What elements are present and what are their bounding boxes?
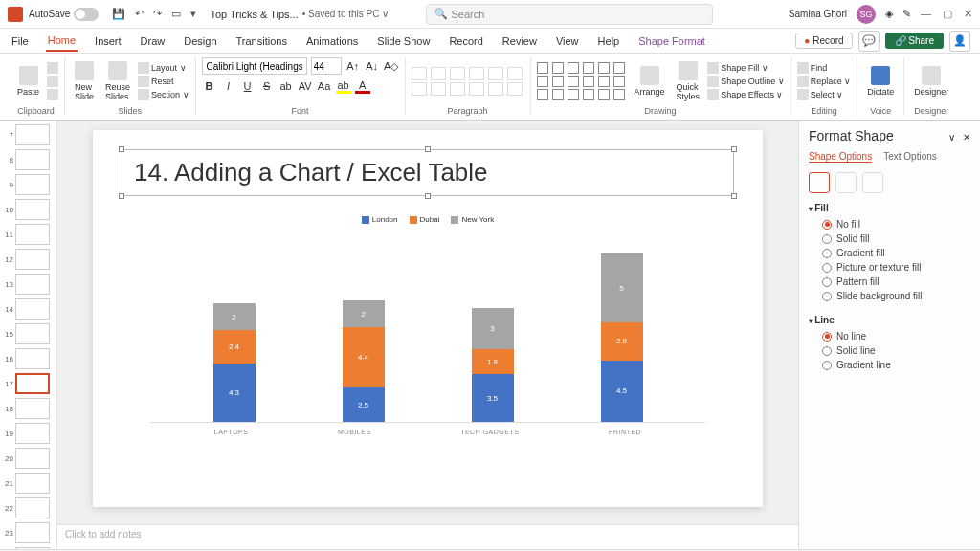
undo-icon[interactable]: ↶: [135, 8, 144, 20]
tab-draw[interactable]: Draw: [139, 32, 167, 51]
search-input[interactable]: 🔍 Search: [426, 4, 713, 25]
shadow-button[interactable]: ab: [278, 78, 294, 94]
shape-options-tab[interactable]: Shape Options: [809, 151, 872, 163]
pen-icon[interactable]: ✎: [902, 8, 911, 20]
slideshow-icon[interactable]: ▭: [171, 8, 181, 20]
record-button[interactable]: Record: [795, 33, 852, 49]
minimize-icon[interactable]: —: [921, 8, 931, 20]
slide-canvas[interactable]: 14. Adding a Chart / Excel Table LondonD…: [57, 121, 798, 549]
thumbnail[interactable]: 10: [2, 199, 55, 220]
size-tab-icon[interactable]: [862, 172, 883, 193]
tab-review[interactable]: Review: [501, 32, 539, 51]
font-size-input[interactable]: [311, 57, 342, 75]
grow-font-button[interactable]: A↑: [345, 58, 361, 74]
thumbnail[interactable]: 13: [2, 274, 55, 295]
maximize-icon[interactable]: ▢: [943, 8, 952, 20]
pattern-fill-radio[interactable]: Pattern fill: [822, 275, 970, 289]
chart[interactable]: LondonDubaiNew York 4.32.422.54.423.51.8…: [122, 215, 734, 435]
thumbnail[interactable]: 18: [2, 398, 55, 419]
paste-button[interactable]: Paste: [13, 64, 43, 99]
slide[interactable]: 14. Adding a Chart / Excel Table LondonD…: [93, 130, 763, 507]
tab-animations[interactable]: Animations: [304, 32, 360, 51]
layout-button[interactable]: Layout ∨: [138, 62, 189, 74]
title-placeholder[interactable]: 14. Adding a Chart / Excel Table: [122, 149, 734, 196]
thumbnail[interactable]: 12: [2, 249, 55, 270]
tab-view[interactable]: View: [554, 32, 581, 51]
pane-dropdown-icon[interactable]: ∨: [948, 132, 955, 143]
strikethrough-button[interactable]: S: [259, 78, 275, 94]
shape-fill-button[interactable]: Shape Fill ∨: [707, 62, 785, 74]
notes-input[interactable]: Click to add notes: [57, 524, 798, 549]
no-fill-radio[interactable]: No fill: [822, 217, 970, 231]
line-section[interactable]: Line: [809, 315, 970, 325]
diamond-icon[interactable]: ◈: [885, 8, 893, 20]
designer-button[interactable]: Designer: [910, 64, 952, 99]
thumbnail[interactable]: 16: [2, 348, 55, 369]
thumbnail[interactable]: 17: [2, 373, 55, 394]
arrange-button[interactable]: Arrange: [631, 64, 669, 99]
fill-line-icon[interactable]: [809, 172, 830, 193]
slide-bg-fill-radio[interactable]: Slide background fill: [822, 289, 970, 303]
user-name[interactable]: Samina Ghori: [789, 9, 847, 19]
format-painter-button[interactable]: [47, 89, 58, 100]
no-line-radio[interactable]: No line: [822, 329, 970, 343]
share-button[interactable]: 🔗 Share: [885, 33, 944, 49]
thumbnail[interactable]: 8: [2, 149, 55, 170]
comments-button[interactable]: 💬: [858, 31, 880, 52]
autosave-toggle[interactable]: AutoSave: [29, 8, 99, 21]
tab-slideshow[interactable]: Slide Show: [375, 32, 432, 51]
saved-status[interactable]: • Saved to this PC ∨: [302, 9, 390, 19]
thumbnail[interactable]: 14: [2, 298, 55, 320]
gradient-fill-radio[interactable]: Gradient fill: [822, 246, 970, 260]
thumbnail[interactable]: 15: [2, 323, 55, 344]
tab-shape-format[interactable]: Shape Format: [636, 32, 707, 51]
tab-transitions[interactable]: Transitions: [234, 32, 289, 51]
thumbnail[interactable]: 22: [2, 497, 55, 518]
solid-line-radio[interactable]: Solid line: [822, 343, 970, 358]
avatar[interactable]: SG: [857, 5, 876, 24]
underline-button[interactable]: U: [240, 78, 256, 94]
slide-title[interactable]: 14. Adding a Chart / Excel Table: [134, 158, 722, 187]
text-options-tab[interactable]: Text Options: [883, 151, 937, 163]
paragraph-buttons[interactable]: [412, 67, 524, 96]
save-icon[interactable]: 💾: [112, 8, 125, 20]
thumbnail[interactable]: 21: [2, 473, 55, 494]
qat-more-icon[interactable]: ▾: [190, 8, 196, 20]
highlight-button[interactable]: ab: [336, 78, 351, 94]
thumbnail[interactable]: 9: [2, 174, 55, 195]
case-button[interactable]: Aa: [317, 78, 332, 94]
clear-format-button[interactable]: A◇: [384, 58, 399, 74]
shape-effects-button[interactable]: Shape Effects ∨: [707, 89, 785, 100]
find-button[interactable]: Find: [797, 62, 852, 74]
redo-icon[interactable]: ↷: [153, 8, 162, 20]
thumbnail-panel[interactable]: 789101112131415161718192021222324: [0, 121, 57, 549]
shapes-gallery[interactable]: [537, 62, 627, 100]
reset-button[interactable]: Reset: [138, 76, 189, 87]
pane-close-icon[interactable]: ✕: [963, 132, 970, 143]
font-color-button[interactable]: A: [355, 78, 370, 94]
tab-home[interactable]: Home: [46, 31, 78, 52]
bold-button[interactable]: B: [202, 78, 217, 94]
shape-outline-button[interactable]: Shape Outline ∨: [707, 76, 785, 87]
italic-button[interactable]: I: [221, 78, 236, 94]
spacing-button[interactable]: AV: [298, 78, 313, 94]
thumbnail[interactable]: 7: [2, 124, 55, 145]
copy-button[interactable]: [47, 76, 58, 87]
close-icon[interactable]: ✕: [964, 8, 972, 20]
thumbnail[interactable]: 20: [2, 448, 55, 469]
font-name-input[interactable]: [202, 57, 307, 75]
thumbnail[interactable]: 19: [2, 423, 55, 444]
picture-fill-radio[interactable]: Picture or texture fill: [822, 260, 970, 275]
quick-styles-button[interactable]: Quick Styles: [673, 59, 704, 103]
reuse-slides-button[interactable]: Reuse Slides: [101, 59, 134, 103]
effects-tab-icon[interactable]: [835, 172, 857, 193]
solid-fill-radio[interactable]: Solid fill: [822, 231, 970, 246]
thumbnail[interactable]: 11: [2, 224, 55, 245]
tab-record[interactable]: Record: [447, 32, 484, 51]
document-title[interactable]: Top Tricks & Tips...: [210, 9, 298, 20]
tab-insert[interactable]: Insert: [93, 32, 123, 51]
shrink-font-button[interactable]: A↓: [365, 58, 380, 74]
profile-button[interactable]: 👤: [949, 31, 970, 52]
thumbnail[interactable]: 23: [2, 522, 55, 543]
cut-button[interactable]: [47, 62, 58, 74]
